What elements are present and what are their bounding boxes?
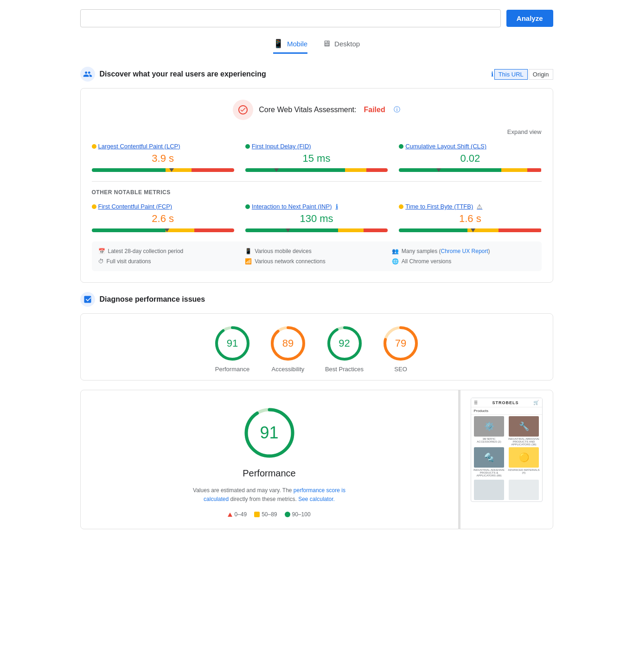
info-icon[interactable]: ℹ [491, 70, 493, 78]
footer-text-5: All Chrome versions [402, 258, 451, 265]
score-accessibility[interactable]: 89 Accessibility [269, 325, 307, 373]
real-users-header: Discover what your real users are experi… [80, 67, 553, 82]
network-icon: 📶 [245, 258, 252, 265]
metric-inp: Interaction to Next Paint (INP) ℹ 130 ms [245, 203, 388, 234]
score-performance[interactable]: 91 Performance [214, 325, 251, 373]
performance-label: Performance [215, 366, 249, 373]
inp-label[interactable]: Interaction to Next Paint (INP) ℹ [245, 203, 388, 210]
origin-button[interactable]: Origin [529, 69, 553, 80]
expand-view[interactable]: Expand view [92, 128, 542, 135]
inp-info-icon[interactable]: ℹ [336, 203, 338, 210]
footer-item-0: 📅 Latest 28-day collection period [98, 248, 242, 254]
big-score-value: 91 [260, 423, 278, 443]
seo-circle: 79 [382, 325, 419, 362]
lcp-bar [92, 168, 234, 172]
ttfb-marker [471, 228, 475, 232]
fcp-value: 2.6 s [92, 213, 234, 225]
screenshot-grid-2 [471, 478, 542, 501]
screenshot-img-5 [509, 480, 539, 500]
screenshot-item-5 [507, 480, 541, 500]
fid-marker [274, 168, 279, 172]
score-seo[interactable]: 79 SEO [382, 325, 419, 373]
screenshot-section-title: Products [471, 407, 542, 415]
ttfb-value: 1.6 s [399, 213, 541, 225]
metric-cls: Cumulative Layout Shift (CLS) 0.02 [399, 143, 541, 174]
best-practices-value: 92 [339, 337, 350, 349]
legend-orange: 50–89 [254, 511, 277, 518]
url-input[interactable]: https://www.strobelssupply.com/products/ [80, 9, 501, 27]
screenshot-text-2: INDUSTRIAL ADHESIVE PRODUCTS & APPLICATO… [473, 469, 506, 477]
best-practices-label: Best Practices [325, 366, 364, 373]
inp-marker [286, 228, 290, 232]
legend-range-1: 50–89 [262, 511, 277, 518]
url-toggle: ℹ This URL Origin [491, 69, 553, 80]
detail-card-inner: 91 Performance Values are estimated and … [81, 390, 553, 529]
footer-item-5: 🌐 All Chrome versions [392, 258, 535, 265]
crux-link[interactable]: Chrome UX Report [441, 248, 488, 254]
accessibility-circle: 89 [269, 325, 307, 362]
detail-title: Performance [243, 468, 296, 479]
legend-range-0: 0–49 [234, 511, 247, 518]
tab-mobile[interactable]: 📱 Mobile [273, 38, 307, 54]
screenshot-item-4 [473, 480, 506, 500]
url-bar-row: https://www.strobelssupply.com/products/… [80, 9, 553, 27]
metric-fid: First Input Delay (FID) 15 ms [245, 143, 388, 174]
calendar-icon: 📅 [98, 248, 105, 254]
footer-text-3: Full visit durations [107, 258, 151, 265]
diagnose-section: Diagnose performance issues 91 Performan… [80, 292, 553, 529]
best-practices-circle: 92 [326, 325, 363, 362]
cwv-assessment-label: Core Web Vitals Assessment: [259, 106, 356, 114]
globe-icon: 🌐 [392, 258, 399, 265]
other-metrics-grid: First Contentful Paint (FCP) 2.6 s Inter… [92, 203, 542, 234]
fcp-label[interactable]: First Contentful Paint (FCP) [92, 203, 234, 210]
lcp-label[interactable]: Largest Contentful Paint (LCP) [92, 143, 234, 150]
footer-item-1: 📱 Various mobile devices [245, 248, 388, 254]
lcp-dot [92, 144, 96, 149]
footer-text-2: Many samples (Chrome UX Report) [402, 248, 490, 254]
timer-icon: ⏱ [98, 258, 104, 265]
ttfb-warning-icon: ⚠ [477, 203, 482, 210]
ttfb-label[interactable]: Time to First Byte (TTFB) ⚠ [399, 203, 541, 210]
inp-value: 130 ms [245, 213, 388, 225]
footer-text-4: Various network connections [255, 258, 326, 265]
detail-right: ☰ STROBELS 🛒 Products ⚙️ 3M MATIC ACCESS… [460, 390, 553, 529]
main-metrics-grid: Largest Contentful Paint (LCP) 3.9 s Fir… [92, 143, 542, 174]
screenshot-cart-icon: 🛒 [533, 400, 539, 405]
mobile-devices-icon: 📱 [245, 248, 252, 254]
tab-desktop-label: Desktop [334, 40, 360, 48]
screenshot-img-4 [474, 480, 504, 500]
cwv-info-icon[interactable]: ⓘ [394, 106, 400, 114]
fid-dot [245, 144, 250, 149]
screenshot-mock: ☰ STROBELS 🛒 Products ⚙️ 3M MATIC ACCESS… [471, 398, 543, 502]
tab-desktop[interactable]: 🖥 Desktop [322, 38, 360, 54]
diagnose-icon [80, 292, 95, 307]
metric-ttfb: Time to First Byte (TTFB) ⚠ 1.6 s [399, 203, 541, 234]
diagnose-title: Diagnose performance issues [100, 295, 205, 304]
this-url-button[interactable]: This URL [494, 69, 528, 80]
footer-text-0: Latest 28-day collection period [108, 248, 184, 254]
fid-label[interactable]: First Input Delay (FID) [245, 143, 388, 150]
fcp-dot [92, 204, 96, 209]
screenshot-item-1: 🔧 INDUSTRIAL ABRASIVE PRODUCTS AND APPLI… [507, 416, 541, 446]
screenshot-img-0: ⚙️ [474, 416, 504, 437]
screenshot-item-3: 🟡 ADVANCED MATERIALS (4) [507, 447, 541, 477]
desktop-icon: 🖥 [322, 39, 331, 49]
lcp-marker [169, 168, 174, 172]
accessibility-label: Accessibility [272, 366, 305, 373]
performance-value: 91 [227, 337, 238, 349]
inp-bar [245, 228, 388, 232]
score-best-practices[interactable]: 92 Best Practices [325, 325, 364, 373]
fid-bar [245, 168, 388, 172]
footer-item-4: 📶 Various network connections [245, 258, 388, 265]
fcp-bar [92, 228, 234, 232]
footer-item-2: 👥 Many samples (Chrome UX Report) [392, 248, 535, 254]
metric-lcp: Largest Contentful Paint (LCP) 3.9 s [92, 143, 234, 174]
analyze-button[interactable]: Analyze [506, 10, 553, 27]
square-orange-icon [254, 512, 260, 517]
cwv-status: Failed [364, 106, 385, 114]
screenshot-text-0: 3M MATIC ACCESSORIES (2) [473, 437, 506, 443]
cls-label[interactable]: Cumulative Layout Shift (CLS) [399, 143, 541, 150]
legend-row: 0–49 50–89 90–100 [228, 511, 310, 518]
screenshot-grid: ⚙️ 3M MATIC ACCESSORIES (2) 🔧 INDUSTRIAL… [471, 415, 542, 478]
calculator-link[interactable]: See calculator. [298, 496, 335, 502]
